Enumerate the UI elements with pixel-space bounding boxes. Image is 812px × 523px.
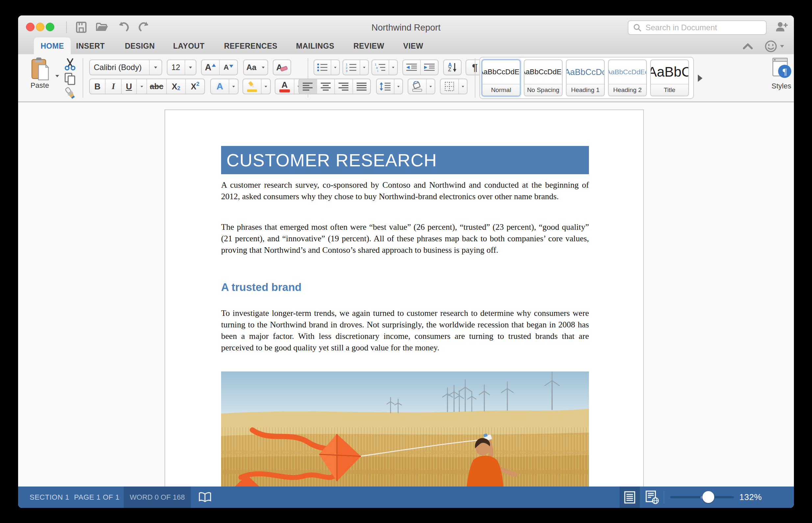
increase-indent-button[interactable] xyxy=(420,60,438,75)
paste-dropdown-icon[interactable] xyxy=(55,75,59,77)
tab-design[interactable]: DESIGN xyxy=(125,42,155,51)
undo-icon[interactable] xyxy=(117,21,130,34)
underline-dropdown-icon[interactable] xyxy=(136,79,146,94)
tab-references[interactable]: REFERENCES xyxy=(224,42,277,51)
borders-button[interactable] xyxy=(440,78,468,94)
web-layout-button[interactable] xyxy=(642,487,662,508)
open-folder-icon[interactable] xyxy=(96,21,108,34)
style-card-title[interactable]: AaBbC Title xyxy=(650,59,689,96)
numbering-button[interactable]: 1 2 3 xyxy=(343,59,369,75)
highlight-dropdown-icon[interactable] xyxy=(264,86,267,87)
font-name-select[interactable]: Calibri (Body) xyxy=(89,59,162,75)
text-effects-dropdown-icon[interactable] xyxy=(232,86,235,87)
search-input[interactable] xyxy=(645,23,766,33)
tab-review[interactable]: REVIEW xyxy=(353,42,384,51)
borders-dropdown-icon[interactable] xyxy=(462,86,464,87)
superscript-button[interactable]: X 2 xyxy=(185,79,204,94)
section-label[interactable]: SECTION 1 xyxy=(30,487,69,508)
group-divider xyxy=(475,58,476,97)
align-right-button[interactable] xyxy=(334,79,352,94)
screenshot: Northwind Report HOME INSERT DESIGN LAYO… xyxy=(0,0,812,523)
search-field[interactable] xyxy=(628,20,766,35)
bullets-button[interactable] xyxy=(313,59,340,75)
style-gallery-expand-icon[interactable] xyxy=(698,75,703,82)
bold-button[interactable]: B xyxy=(90,79,105,94)
share-person-icon[interactable] xyxy=(775,20,788,33)
tab-home[interactable]: HOME xyxy=(41,42,64,51)
increase-indent-icon xyxy=(424,63,435,72)
font-size-value: 12 xyxy=(168,60,185,75)
svg-text:2: 2 xyxy=(346,66,347,69)
change-case-dropdown-icon[interactable] xyxy=(262,67,264,68)
align-center-button[interactable] xyxy=(316,79,334,94)
text-effects-button[interactable]: A xyxy=(210,78,239,94)
fullscreen-button[interactable] xyxy=(46,23,54,31)
paragraph-3[interactable]: To investigate longer-term trends, we ag… xyxy=(221,307,589,354)
paragraph-1[interactable]: A customer research survey, co-sponsored… xyxy=(221,179,589,202)
kite-photo-illustration xyxy=(221,372,589,487)
font-size-select[interactable]: 12 xyxy=(167,59,196,75)
tab-layout[interactable]: LAYOUT xyxy=(173,42,204,51)
shading-dropdown-icon[interactable] xyxy=(430,86,432,87)
feedback-smiley-icon[interactable] xyxy=(764,40,785,53)
redo-icon[interactable] xyxy=(138,21,151,34)
style-card-no-spacing[interactable]: AaBbCcDdEe No Spacing xyxy=(524,59,563,96)
clear-formatting-button[interactable]: A xyxy=(273,59,291,75)
close-button[interactable] xyxy=(26,23,35,31)
eraser-icon xyxy=(280,66,288,72)
read-mode-book-icon[interactable] xyxy=(198,492,211,503)
style-card-normal[interactable]: AaBbCcDdEe Normal xyxy=(482,59,520,96)
style-card-heading-1[interactable]: AaBbCcDc Heading 1 xyxy=(566,59,605,96)
collapse-ribbon-icon[interactable] xyxy=(742,42,754,50)
page-label[interactable]: PAGE 1 OF 1 xyxy=(74,487,119,508)
heading-a-trusted-brand[interactable]: A trusted brand xyxy=(221,281,301,293)
change-case-button[interactable]: Aa xyxy=(243,59,268,75)
numbering-dropdown-icon[interactable] xyxy=(363,67,365,68)
line-spacing-button[interactable] xyxy=(376,78,403,94)
paragraph-2[interactable]: The phrases that emerged most often were… xyxy=(221,221,589,256)
bullets-dropdown-icon[interactable] xyxy=(334,67,336,68)
word-count[interactable]: WORD 0 OF 168 xyxy=(124,487,191,508)
zoom-slider-thumb[interactable] xyxy=(703,491,714,503)
line-spacing-icon xyxy=(379,82,391,91)
font-name-dropdown-icon[interactable] xyxy=(154,67,157,68)
style-card-heading-2[interactable]: AaBbCcDdEe Heading 2 xyxy=(608,59,647,96)
save-icon[interactable] xyxy=(75,21,88,34)
sort-button[interactable]: A Z xyxy=(443,59,462,75)
status-bar: SECTION 1 PAGE 1 OF 1 WORD 0 OF 168 xyxy=(18,487,794,508)
decrease-indent-button[interactable] xyxy=(403,60,420,75)
styles-pane-button[interactable]: ¶ Styles xyxy=(767,57,794,100)
strikethrough-button[interactable]: abc xyxy=(146,79,166,94)
minimize-button[interactable] xyxy=(36,23,45,31)
tab-insert[interactable]: INSERT xyxy=(76,42,105,51)
document-page[interactable]: CUSTOMER RESEARCH A customer research su… xyxy=(165,109,644,487)
underline-button[interactable]: U xyxy=(121,79,136,94)
tab-mailings[interactable]: MAILINGS xyxy=(296,42,334,51)
document-title-banner[interactable]: CUSTOMER RESEARCH xyxy=(221,146,589,174)
document-canvas[interactable]: CUSTOMER RESEARCH A customer research su… xyxy=(18,102,794,487)
shading-button[interactable] xyxy=(408,78,435,94)
subscript-button[interactable]: X 2 xyxy=(166,79,185,94)
multilevel-dropdown-icon[interactable] xyxy=(392,67,395,68)
titlebar: Northwind Report HOME INSERT DESIGN LAYO… xyxy=(18,15,794,54)
shrink-font-button[interactable]: A xyxy=(219,60,237,75)
paste-button[interactable]: Paste xyxy=(25,57,55,99)
font-size-dropdown-icon[interactable] xyxy=(189,67,192,68)
print-layout-button[interactable] xyxy=(620,487,640,508)
italic-button[interactable]: I xyxy=(105,79,121,94)
copy-icon[interactable] xyxy=(64,72,77,86)
word-window: Northwind Report HOME INSERT DESIGN LAYO… xyxy=(18,15,794,508)
cut-scissors-icon[interactable] xyxy=(64,57,77,71)
svg-text:3: 3 xyxy=(346,69,347,72)
sort-arrow-icon xyxy=(453,62,457,72)
indent-group xyxy=(402,59,438,75)
multilevel-list-button[interactable]: 1 a i xyxy=(372,59,398,75)
grow-font-button[interactable]: A xyxy=(202,60,219,75)
align-left-button[interactable] xyxy=(299,79,316,94)
line-spacing-dropdown-icon[interactable] xyxy=(397,86,400,87)
highlight-button[interactable] xyxy=(242,78,271,94)
justify-button[interactable] xyxy=(352,79,370,94)
format-painter-icon[interactable] xyxy=(63,87,77,100)
tab-view[interactable]: VIEW xyxy=(403,42,424,51)
field-kite-photo[interactable] xyxy=(221,372,589,487)
